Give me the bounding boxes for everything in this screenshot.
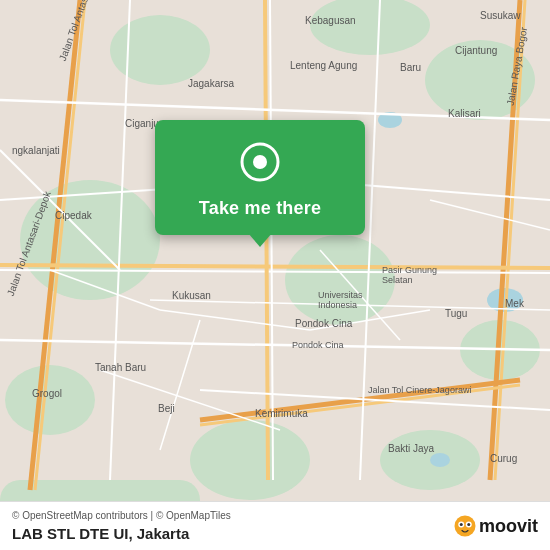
svg-point-6	[5, 365, 95, 435]
svg-point-4	[285, 235, 395, 325]
svg-point-44	[460, 523, 463, 526]
location-name: LAB STL DTE UI, Jakarta	[12, 525, 189, 542]
svg-point-45	[467, 523, 470, 526]
svg-line-35	[430, 200, 550, 230]
svg-line-32	[100, 370, 280, 430]
moovit-text: moovit	[479, 516, 538, 537]
location-pin-icon	[236, 140, 284, 188]
svg-line-34	[160, 320, 200, 450]
svg-line-37	[160, 310, 310, 330]
svg-point-40	[253, 155, 267, 169]
bottom-bar: © OpenStreetMap contributors | © OpenMap…	[0, 501, 550, 550]
take-me-there-button[interactable]: Take me there	[199, 198, 321, 219]
moovit-icon	[453, 514, 477, 538]
svg-point-8	[190, 420, 310, 500]
svg-point-1	[110, 15, 210, 85]
svg-point-12	[430, 453, 450, 467]
svg-point-0	[310, 0, 430, 55]
moovit-logo: moovit	[453, 514, 538, 538]
popup-card[interactable]: Take me there	[155, 120, 365, 235]
map-container: Kebagusan Susukaw Cijantung Lenteng Agun…	[0, 0, 550, 550]
map-roads-layer	[0, 0, 550, 550]
svg-point-41	[454, 516, 475, 537]
